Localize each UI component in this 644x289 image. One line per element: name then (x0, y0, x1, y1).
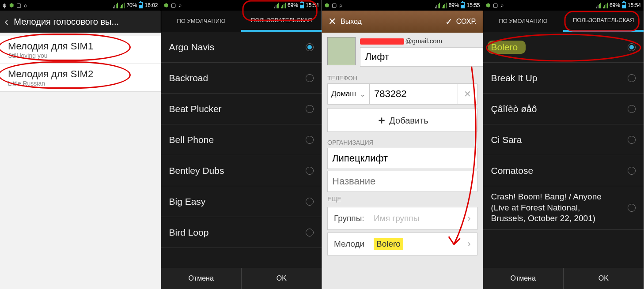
sim2-ringtone-item[interactable]: Мелодия для SIM2 Little Russian (0, 64, 161, 92)
tab-default[interactable]: ПО УМОЛЧАНИЮ (161, 11, 242, 32)
save-label[interactable]: СОХР. (456, 18, 477, 26)
image-icon: ▢ (493, 2, 498, 8)
groups-value: Имя группы (374, 214, 467, 223)
contact-header: ✕ Выход ✓ СОХР. (322, 11, 483, 33)
item-subtitle: Still loving you (8, 52, 153, 59)
radio-icon[interactable] (306, 43, 314, 51)
battery-icon (300, 2, 304, 8)
clock: 16:02 (144, 2, 158, 8)
chevron-right-icon: › (467, 238, 470, 250)
signal-icon (274, 3, 279, 8)
ringtone-item[interactable]: Argo Navis (161, 32, 322, 63)
org-section-label: ОРГАНИЗАЦИЯ (322, 135, 483, 148)
shield-icon: ⬢ (164, 2, 168, 8)
clock: 15:54 (628, 2, 641, 8)
clear-icon[interactable]: ✕ (458, 83, 477, 105)
ringtone-item[interactable]: Break It Up (483, 63, 644, 94)
signal-icon-2 (442, 3, 447, 8)
radio-icon[interactable] (306, 198, 314, 206)
plus-icon: ＋ (376, 114, 387, 126)
ringtone-item[interactable]: Big Easy (161, 186, 322, 217)
image-icon: ▢ (332, 2, 337, 8)
more-section-label: ЕЩЕ (322, 192, 483, 204)
radio-icon[interactable] (628, 136, 636, 144)
psi-icon: ψ (3, 2, 7, 8)
dialog-buttons: Отмена OK (161, 268, 322, 289)
ringtone-list[interactable]: Argo Navis Backroad Beat Plucker Bell Ph… (161, 32, 322, 268)
phone-type-dropdown[interactable]: Домаш⌄ (327, 83, 370, 105)
ringtone-item[interactable]: Ci Sara (483, 124, 644, 155)
tab-custom[interactable]: ПОЛЬЗОВАТЕЛЬСКАЯ (241, 11, 322, 32)
status-bar: ψ ⬢ ▢ ⌕ 70% 16:02 (0, 0, 161, 11)
tabs: ПО УМОЛЧАНИЮ ПОЛЬЗОВАТЕЛЬСКАЯ (483, 11, 644, 32)
screen-3-contact-edit: ⬢ ▢ ⌕ 69% 15:55 ✕ Выход ✓ СОХР. @gmail.c… (322, 0, 483, 289)
tab-default[interactable]: ПО УМОЛЧАНИЮ (483, 11, 564, 32)
ringtone-item[interactable]: Bird Loop (161, 217, 322, 248)
contact-name-input[interactable] (360, 47, 482, 67)
ringtone-item[interactable]: Bell Phone (161, 124, 322, 155)
battery-icon (139, 2, 143, 8)
phone-number-input[interactable]: 783282 (370, 83, 458, 105)
radio-icon[interactable] (628, 204, 636, 212)
signal-icon-2 (603, 3, 608, 8)
battery-icon (461, 2, 465, 8)
radio-icon[interactable] (306, 167, 314, 175)
status-bar: ⬢ ▢ ⌕ 69% 15:54 (161, 0, 322, 11)
sim1-ringtone-item[interactable]: Мелодия для SIM1 Still loving you (0, 36, 161, 64)
phone-row: Домаш⌄ 783282 ✕ (327, 83, 477, 105)
ok-button[interactable]: OK (564, 268, 644, 289)
ringtone-item-selected[interactable]: Bolero (483, 32, 644, 63)
back-icon[interactable]: ‹ (4, 15, 8, 29)
item-subtitle: Little Russian (8, 80, 153, 87)
battery-percent: 70% (126, 2, 137, 8)
shield-icon: ⬢ (9, 2, 14, 8)
screen-1-ringtone-settings: ψ ⬢ ▢ ⌕ 70% 16:02 ‹ Мелодия голосового в… (0, 0, 161, 289)
avatar[interactable] (327, 37, 356, 65)
status-bar: ⬢ ▢ ⌕ 69% 15:54 (483, 0, 644, 11)
signal-icon-2 (281, 3, 286, 8)
contact-body[interactable]: @gmail.com ⌄ ТЕЛЕФОН Домаш⌄ 783282 ✕ ＋ Д… (322, 33, 483, 289)
radio-icon[interactable] (306, 105, 314, 113)
header-bar: ‹ Мелодия голосового вы... (0, 11, 161, 33)
clock: 15:54 (306, 2, 319, 8)
account-email: @gmail.com (360, 37, 475, 45)
ringtone-row[interactable]: Мелоди Bolero › (327, 233, 477, 255)
page-title: Мелодия голосового вы... (14, 17, 119, 27)
search-icon: ⌕ (500, 2, 504, 8)
groups-row[interactable]: Группы: Имя группы › (327, 207, 477, 230)
org-company-input[interactable] (327, 148, 477, 169)
ringtone-item[interactable]: Backroad (161, 63, 322, 94)
ringtone-item[interactable]: Comatose (483, 155, 644, 186)
close-icon[interactable]: ✕ (328, 16, 336, 27)
ringtone-item[interactable]: Çâîíèò øåô (483, 94, 644, 124)
ringtone-item[interactable]: Crash! Boom! Bang! / Anyone (Live at For… (483, 186, 644, 230)
radio-icon[interactable] (628, 167, 636, 175)
ringtone-value: Bolero (374, 238, 403, 250)
chevron-down-icon: ⌄ (360, 90, 366, 99)
ringtone-item[interactable]: Beat Plucker (161, 94, 322, 124)
radio-icon[interactable] (306, 74, 314, 82)
add-phone-button[interactable]: ＋ Добавить (327, 108, 477, 132)
org-title-input[interactable] (327, 171, 477, 192)
radio-icon[interactable] (628, 74, 636, 82)
radio-icon[interactable] (628, 43, 636, 51)
radio-icon[interactable] (306, 229, 314, 236)
check-icon[interactable]: ✓ (445, 16, 453, 27)
cancel-button[interactable]: Отмена (161, 268, 242, 289)
dialog-buttons: Отмена OK (483, 268, 644, 289)
ok-button[interactable]: OK (242, 268, 322, 289)
radio-icon[interactable] (628, 105, 636, 113)
radio-icon[interactable] (306, 136, 314, 144)
ringtone-list[interactable]: Bolero Break It Up Çâîíèò øåô Ci Sara Co… (483, 32, 644, 268)
cancel-button[interactable]: Отмена (483, 268, 564, 289)
tab-custom[interactable]: ПОЛЬЗОВАТЕЛЬСКАЯ (563, 11, 644, 32)
exit-label[interactable]: Выход (341, 18, 362, 26)
battery-icon (622, 2, 626, 8)
battery-percent: 69% (448, 2, 459, 8)
redacted-bar (360, 38, 404, 45)
ringtone-item[interactable]: Bentley Dubs (161, 155, 322, 186)
status-bar: ⬢ ▢ ⌕ 69% 15:55 (322, 0, 483, 11)
battery-percent: 69% (288, 2, 298, 8)
signal-icon (113, 3, 118, 8)
item-title: Мелодия для SIM2 (8, 68, 153, 80)
